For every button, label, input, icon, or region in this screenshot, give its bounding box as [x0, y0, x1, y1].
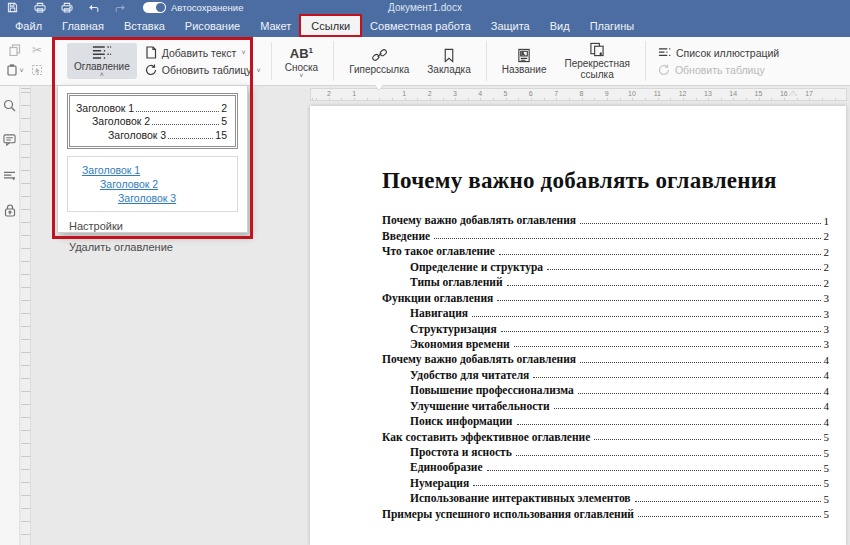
footnote-button[interactable]: AB1 Сноска ˅	[278, 42, 325, 80]
track-changes-icon[interactable]	[3, 168, 17, 182]
hyperlink-button[interactable]: Гиперссылка	[342, 46, 416, 77]
save-icon[interactable]	[6, 2, 19, 13]
title-bar: Автосохранение Документ1.docx ФайлГлавна…	[0, 0, 850, 37]
toc-entry-page: 5	[824, 447, 830, 459]
search-icon[interactable]	[3, 98, 17, 112]
tab-item-0[interactable]: Файл	[5, 15, 52, 37]
ruler-number: 11	[654, 90, 661, 97]
toc-entry[interactable]: Структуризация3	[382, 319, 829, 334]
tab-item-6[interactable]: Совместная работа	[360, 15, 481, 37]
undo-icon[interactable]	[87, 2, 100, 13]
toc-style-classic-option[interactable]: Заголовок 12Заголовок 25Заголовок 315	[67, 93, 238, 149]
toc-entry[interactable]: Примеры успешного использования оглавлен…	[382, 504, 829, 519]
toc-entry-label: Введение	[382, 230, 430, 242]
toc-entry-page: 1	[824, 215, 830, 227]
toc-entry-page: 3	[824, 292, 830, 304]
toc-entry[interactable]: Определение и структура2	[382, 257, 829, 272]
select-icon[interactable]	[31, 64, 43, 76]
dot-leader	[514, 346, 821, 347]
toc-entry-page: 4	[824, 385, 830, 397]
copy-icon[interactable]	[9, 44, 21, 56]
cross-reference-button[interactable]: Перекрестнаяссылка	[557, 40, 636, 82]
dot-leader	[499, 254, 821, 255]
right-indent-marker-icon[interactable]	[789, 91, 797, 96]
document-heading[interactable]: Почему важно добавлять оглавления	[382, 168, 829, 194]
toc-remove-menu-item[interactable]: Удалить оглавление	[67, 233, 238, 254]
quick-print-icon[interactable]	[60, 2, 73, 13]
update-illustrations-table-label: Обновить таблицу	[675, 64, 765, 76]
print-icon[interactable]	[33, 2, 46, 13]
tab-item-3[interactable]: Рисование	[175, 15, 250, 37]
dot-leader	[554, 408, 821, 409]
toc-entry[interactable]: Удобство для читателя4	[382, 365, 829, 380]
dot-leader	[473, 485, 820, 486]
tab-item-1[interactable]: Главная	[52, 15, 114, 37]
toc-entry[interactable]: Типы оглавлений2	[382, 273, 829, 288]
toc-entry[interactable]: Повышение профессионализма4	[382, 381, 829, 396]
toggle-switch-icon[interactable]	[143, 2, 166, 13]
toc-settings-menu-item[interactable]: Настройки	[67, 212, 238, 233]
toc-entry-page: 4	[824, 354, 830, 366]
dot-leader	[533, 377, 820, 378]
toc-entry[interactable]: Что такое оглавление2	[382, 242, 829, 257]
autosave-toggle[interactable]: Автосохранение	[143, 2, 243, 13]
toc-entry-page: 2	[824, 261, 830, 273]
toc-entry-page: 2	[824, 230, 830, 242]
ribbon-separator	[52, 41, 53, 81]
toc-entry[interactable]: Нумерация5	[382, 473, 829, 488]
toc-entry[interactable]: Единообразие5	[382, 458, 829, 473]
toc-entry[interactable]: Поиск информации4	[382, 412, 829, 427]
update-illustrations-table-button: Обновить таблицу	[654, 63, 783, 77]
horizontal-ruler[interactable]: 211234567891011121314151617	[310, 88, 847, 101]
toc-entry-page: 2	[824, 246, 830, 258]
toc-entry[interactable]: Как составить эффективное оглавление5	[382, 427, 829, 442]
tab-item-8[interactable]: Вид	[540, 15, 580, 37]
toc-entry-label: Улучшение читабельности	[410, 400, 550, 412]
toc-preview-link[interactable]: Заголовок 2	[100, 178, 158, 190]
toc-entry-page: 3	[824, 323, 830, 335]
toc-preview-link[interactable]: Заголовок 3	[118, 192, 176, 204]
toc-entry-label: Почему важно добавлять оглавления	[382, 353, 576, 365]
toc-group: Оглавление ˄ Добавить текст ˅ Обновить т…	[61, 37, 331, 85]
toc-style-links-option[interactable]: Заголовок 1Заголовок 2Заголовок 3	[67, 156, 238, 212]
toc-entry[interactable]: Введение2	[382, 226, 829, 241]
tab-item-2[interactable]: Вставка	[114, 15, 175, 37]
toc-preview-link[interactable]: Заголовок 1	[82, 164, 140, 176]
document-page[interactable]: Почему важно добавлять оглавления Почему…	[310, 106, 846, 545]
tab-item-7[interactable]: Защита	[481, 15, 540, 37]
tab-references[interactable]: Ссылки	[301, 15, 360, 37]
add-text-button[interactable]: Добавить текст ˅	[141, 45, 265, 60]
ruler-number: 2	[428, 90, 432, 97]
ruler-number: 10	[628, 90, 636, 97]
quick-access-toolbar: Автосохранение Документ1.docx	[0, 0, 850, 15]
toc-entry[interactable]: Использование интерактивных элементов5	[382, 489, 829, 504]
tab-item-9[interactable]: Плагины	[580, 15, 645, 37]
toc-button[interactable]: Оглавление ˄	[67, 43, 137, 79]
vertical-ruler[interactable]	[21, 86, 31, 545]
update-table-label: Обновить таблицу	[162, 64, 252, 76]
redo-icon[interactable]	[114, 2, 127, 13]
ruler-number: 16	[780, 90, 788, 97]
toc-entry[interactable]: Экономия времени3	[382, 335, 829, 350]
ruler-number: 1	[352, 90, 356, 97]
toc-entry[interactable]: Навигация3	[382, 304, 829, 319]
toc-entry-page: 4	[824, 369, 830, 381]
comments-icon[interactable]	[3, 133, 17, 147]
toc-entry[interactable]: Улучшение читабельности4	[382, 396, 829, 411]
toc-entry[interactable]: Простота и ясность5	[382, 443, 829, 458]
paste-icon[interactable]: ˅	[6, 64, 23, 76]
caption-button[interactable]: Название	[495, 46, 554, 77]
cut-icon[interactable]: ✂	[32, 44, 42, 56]
tab-item-4[interactable]: Макет	[250, 15, 301, 37]
toc-entry[interactable]: Почему важно добавлять оглавления1	[382, 211, 829, 226]
toc-entry-label: Повышение профессионализма	[410, 384, 574, 396]
bookmark-button[interactable]: Закладка	[420, 46, 477, 77]
toc-entry[interactable]: Почему важно добавлять оглавления4	[382, 350, 829, 365]
protect-lock-icon[interactable]	[3, 203, 17, 217]
illustrations-list-button[interactable]: Список иллюстраций	[654, 46, 783, 60]
update-table-button[interactable]: Обновить таблицу ˅	[141, 63, 265, 77]
ribbon-toolbar: ✂ ˅ Оглавление ˄ Добавить текст ˅	[0, 37, 850, 86]
indent-marker-icon[interactable]	[375, 90, 383, 101]
toc-entry[interactable]: Функции оглавления3	[382, 288, 829, 303]
toc-dropdown-panel: Заголовок 12Заголовок 25Заголовок 315 За…	[57, 85, 248, 233]
